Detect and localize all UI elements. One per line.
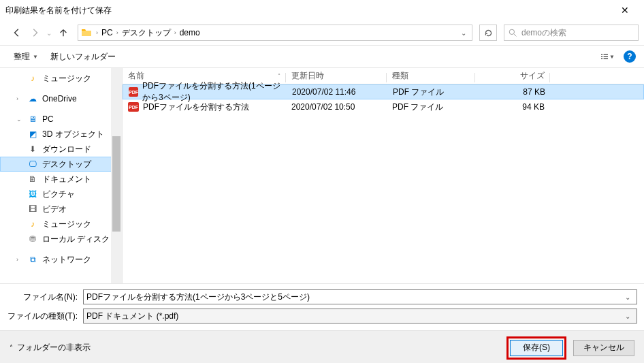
up-button[interactable] xyxy=(56,25,71,40)
column-name[interactable]: 名前˄ xyxy=(123,70,286,82)
search-placeholder: demoの検索 xyxy=(521,27,566,39)
view-mode-button[interactable]: ▼ xyxy=(600,50,615,63)
pdf-icon: PDF xyxy=(128,102,139,112)
folder-tree[interactable]: ♪ミュージック ›☁OneDrive ⌄🖥PC ◩3D オブジェクト ⬇ダウンロ… xyxy=(0,68,123,283)
address-bar[interactable]: › PC › デスクトップ › demo ⌄ xyxy=(78,25,472,41)
svg-rect-7 xyxy=(604,58,608,59)
back-button[interactable] xyxy=(10,25,25,40)
file-type: PDF ファイル xyxy=(387,86,476,98)
file-date: 2020/07/02 11:46 xyxy=(287,87,387,97)
tree-scrollbar[interactable] xyxy=(111,68,122,283)
tree-downloads[interactable]: ⬇ダウンロード xyxy=(0,142,122,157)
filename-input[interactable]: PDFファイルを分割する方法(1ページから3ページと5ページ)⌄ xyxy=(83,289,637,304)
hide-folders-toggle[interactable]: ˄フォルダーの非表示 xyxy=(10,342,91,353)
chevron-down-icon[interactable]: ⌄ xyxy=(622,294,634,301)
file-name: PDFファイルを分割する方法 xyxy=(143,101,249,113)
column-type[interactable]: 種類 xyxy=(387,70,475,82)
search-icon xyxy=(509,29,517,37)
file-date: 2020/07/02 10:50 xyxy=(286,102,387,112)
recent-dropdown[interactable]: ⌄ xyxy=(45,25,53,40)
organize-button[interactable]: 整理▼ xyxy=(8,48,44,65)
filetype-label: ファイルの種類(T): xyxy=(7,311,83,322)
chevron-right-icon: › xyxy=(95,29,99,36)
highlight-annotation: 保存(S) xyxy=(506,336,566,360)
refresh-button[interactable] xyxy=(479,25,497,41)
filetype-select[interactable]: PDF ドキュメント (*.pdf)⌄ xyxy=(83,309,637,323)
tree-pictures[interactable]: 🖼ピクチャ xyxy=(0,187,122,202)
svg-rect-2 xyxy=(601,54,602,54)
address-dropdown[interactable]: ⌄ xyxy=(458,29,469,37)
chevron-right-icon: › xyxy=(115,29,120,36)
help-button[interactable]: ? xyxy=(624,50,636,63)
folder-icon xyxy=(81,27,92,38)
tree-videos[interactable]: 🎞ビデオ xyxy=(0,202,122,217)
tree-pc[interactable]: ⌄🖥PC xyxy=(0,112,122,127)
forward-button[interactable] xyxy=(27,25,42,40)
tree-music2[interactable]: ♪ミュージック xyxy=(0,217,122,232)
filename-label: ファイル名(N): xyxy=(7,291,83,303)
chevron-down-icon[interactable]: ⌄ xyxy=(622,313,634,320)
column-date[interactable]: 更新日時 xyxy=(286,70,387,82)
svg-rect-6 xyxy=(601,58,602,59)
column-size[interactable]: サイズ xyxy=(475,70,550,82)
svg-rect-4 xyxy=(601,56,602,57)
tree-desktop[interactable]: 🖵デスクトップ xyxy=(0,157,122,172)
tree-documents[interactable]: 🗎ドキュメント xyxy=(0,172,122,187)
tree-disk[interactable]: ⛃ローカル ディスク (C xyxy=(0,232,122,247)
breadcrumb-pc[interactable]: PC xyxy=(99,28,115,37)
svg-line-1 xyxy=(514,34,516,36)
chevron-up-icon: ˄ xyxy=(10,344,13,351)
breadcrumb-desktop[interactable]: デスクトップ xyxy=(120,27,173,39)
file-row[interactable]: PDFPDFファイルを分割する方法2020/07/02 10:50PDF ファイ… xyxy=(123,99,644,114)
svg-point-0 xyxy=(509,29,514,34)
file-size: 87 KB xyxy=(476,87,551,97)
pdf-icon: PDF xyxy=(129,87,138,97)
file-size: 94 KB xyxy=(475,102,550,112)
file-type: PDF ファイル xyxy=(387,101,475,113)
tree-onedrive[interactable]: ›☁OneDrive xyxy=(0,91,122,106)
cancel-button[interactable]: キャンセル xyxy=(573,340,634,356)
window-title: 印刷結果を名前を付けて保存 xyxy=(5,5,611,16)
tree-network[interactable]: ›⧉ネットワーク xyxy=(0,252,122,267)
file-name: PDFファイルを分割する方法(1ページから3ページ) xyxy=(142,80,281,104)
search-input[interactable]: demoの検索 xyxy=(504,25,639,41)
save-button[interactable]: 保存(S) xyxy=(510,340,563,356)
tree-music[interactable]: ♪ミュージック xyxy=(0,71,122,86)
file-row[interactable]: PDFPDFファイルを分割する方法(1ページから3ページ)2020/07/02 … xyxy=(123,84,644,99)
file-list: 名前˄ 更新日時 種類 サイズ PDFPDFファイルを分割する方法(1ページから… xyxy=(123,68,644,283)
svg-rect-5 xyxy=(604,56,608,57)
close-button[interactable]: ✕ xyxy=(611,5,639,16)
tree-3d[interactable]: ◩3D オブジェクト xyxy=(0,127,122,142)
chevron-right-icon: › xyxy=(173,29,178,36)
svg-rect-3 xyxy=(604,54,608,54)
new-folder-button[interactable]: 新しいフォルダー xyxy=(45,48,121,65)
breadcrumb-demo[interactable]: demo xyxy=(178,28,202,37)
